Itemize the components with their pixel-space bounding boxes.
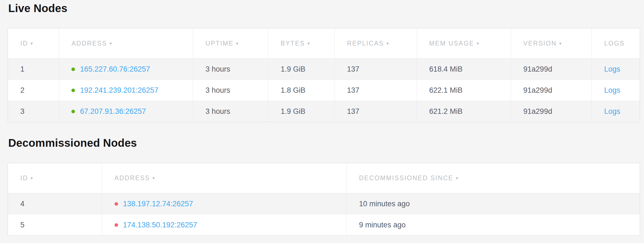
node-mem-usage-cell: 622.1 MiB xyxy=(417,80,511,101)
node-uptime-cell: 3 hours xyxy=(193,59,268,80)
sort-arrow-icon: ▾ xyxy=(236,41,239,46)
column-label: ID xyxy=(20,40,28,47)
table-row: 3 67.207.91.36:26257 3 hours 1.9 GiB 137… xyxy=(8,101,640,122)
column-header-decommissioned-since[interactable]: DECOMMISSIONED SINCE▾ xyxy=(347,163,640,193)
decommissioned-since-cell: 9 minutes ago xyxy=(347,214,640,236)
table-row: 2 192.241.239.201:26257 3 hours 1.8 GiB … xyxy=(8,80,640,101)
node-bytes-cell: 1.8 GiB xyxy=(268,80,334,101)
live-status-dot-icon xyxy=(71,67,75,71)
table-row: 4 138.197.12.74:26257 10 minutes ago xyxy=(8,193,640,214)
node-uptime-cell: 3 hours xyxy=(193,80,268,101)
column-label: BYTES xyxy=(281,40,305,47)
column-header-uptime[interactable]: UPTIME▾ xyxy=(193,29,268,59)
table-row: 1 165.227.60.76:26257 3 hours 1.9 GiB 13… xyxy=(8,59,640,80)
column-header-address[interactable]: ADDRESS▾ xyxy=(59,29,193,59)
column-label: UPTIME xyxy=(205,40,234,47)
sort-arrow-icon: ▾ xyxy=(307,41,310,46)
sort-arrow-icon: ▾ xyxy=(30,176,34,181)
live-status-dot-icon xyxy=(71,89,75,92)
node-replicas-cell: 137 xyxy=(334,101,417,122)
sort-arrow-icon: ▾ xyxy=(30,41,34,46)
decommissioned-nodes-table: ID▾ ADDRESS▾ DECOMMISSIONED SINCE▾ 4 138… xyxy=(8,163,640,236)
column-header-id[interactable]: ID▾ xyxy=(8,29,59,59)
node-mem-usage-cell: 618.4 MiB xyxy=(417,59,511,80)
column-label: ADDRESS xyxy=(115,174,150,182)
live-status-dot-icon xyxy=(71,110,75,113)
column-header-logs: LOGS xyxy=(592,29,640,59)
logs-link[interactable]: Logs xyxy=(604,86,620,94)
column-label: LOGS xyxy=(604,40,625,47)
column-header-id[interactable]: ID▾ xyxy=(8,163,102,193)
node-logs-cell: Logs xyxy=(592,101,640,122)
column-label: REPLICAS xyxy=(347,40,384,47)
decommissioned-nodes-header-row: ID▾ ADDRESS▾ DECOMMISSIONED SINCE▾ xyxy=(8,163,640,193)
node-id-cell: 4 xyxy=(8,193,102,214)
sort-arrow-icon: ▾ xyxy=(559,41,562,46)
node-version-cell: 91a299d xyxy=(511,59,592,80)
live-nodes-header-row: ID▾ ADDRESS▾ UPTIME▾ BYTES▾ REPLICAS▾ ME… xyxy=(8,29,640,59)
node-address-cell: 165.227.60.76:26257 xyxy=(59,59,193,80)
node-address-link[interactable]: 192.241.239.201:26257 xyxy=(80,86,158,94)
decommissioned-since-cell: 10 minutes ago xyxy=(347,193,640,214)
table-row: 5 174.138.50.192:26257 9 minutes ago xyxy=(8,214,640,236)
node-id-cell: 3 xyxy=(8,101,59,122)
node-id-cell: 5 xyxy=(8,214,102,236)
column-header-address[interactable]: ADDRESS▾ xyxy=(102,163,346,193)
column-header-mem-usage[interactable]: MEM USAGE▾ xyxy=(417,29,511,59)
column-label: MEM USAGE xyxy=(429,40,474,47)
live-nodes-title: Live Nodes xyxy=(8,0,644,15)
sort-arrow-icon: ▾ xyxy=(110,41,113,46)
node-logs-cell: Logs xyxy=(592,59,640,80)
node-address-cell: 192.241.239.201:26257 xyxy=(59,80,193,101)
logs-link[interactable]: Logs xyxy=(604,107,620,115)
decommissioned-status-dot-icon xyxy=(115,223,118,227)
column-header-bytes[interactable]: BYTES▾ xyxy=(268,29,334,59)
sort-arrow-icon: ▾ xyxy=(477,41,480,46)
column-label: DECOMMISSIONED SINCE xyxy=(359,174,453,182)
node-logs-cell: Logs xyxy=(592,80,640,101)
node-uptime-cell: 3 hours xyxy=(193,101,268,122)
node-mem-usage-cell: 621.2 MiB xyxy=(417,101,511,122)
node-address-link[interactable]: 67.207.91.36:26257 xyxy=(80,107,146,115)
column-label: ID xyxy=(20,174,28,182)
node-bytes-cell: 1.9 GiB xyxy=(268,59,334,80)
node-id-cell: 2 xyxy=(8,80,59,101)
column-header-replicas[interactable]: REPLICAS▾ xyxy=(334,29,417,59)
node-address-cell: 67.207.91.36:26257 xyxy=(59,101,193,122)
node-address-cell: 174.138.50.192:26257 xyxy=(102,214,346,236)
node-address-link[interactable]: 165.227.60.76:26257 xyxy=(80,65,150,73)
logs-link[interactable]: Logs xyxy=(604,65,620,73)
node-replicas-cell: 137 xyxy=(334,80,417,101)
node-replicas-cell: 137 xyxy=(334,59,417,80)
sort-arrow-icon: ▾ xyxy=(386,41,389,46)
live-nodes-table: ID▾ ADDRESS▾ UPTIME▾ BYTES▾ REPLICAS▾ ME… xyxy=(8,28,640,122)
node-version-cell: 91a299d xyxy=(511,80,592,101)
node-version-cell: 91a299d xyxy=(511,101,592,122)
sort-arrow-icon: ▾ xyxy=(152,176,155,181)
node-address-link[interactable]: 138.197.12.74:26257 xyxy=(123,200,193,208)
node-address-cell: 138.197.12.74:26257 xyxy=(102,193,346,214)
column-header-version[interactable]: VERSION▾ xyxy=(511,29,592,59)
sort-arrow-icon: ▾ xyxy=(456,176,459,181)
node-id-cell: 1 xyxy=(8,59,59,80)
decommissioned-status-dot-icon xyxy=(115,202,118,206)
column-label: VERSION xyxy=(523,40,557,47)
column-label: ADDRESS xyxy=(71,40,107,47)
node-bytes-cell: 1.9 GiB xyxy=(268,101,334,122)
node-address-link[interactable]: 174.138.50.192:26257 xyxy=(123,221,197,229)
decommissioned-nodes-title: Decommissioned Nodes xyxy=(8,136,644,149)
